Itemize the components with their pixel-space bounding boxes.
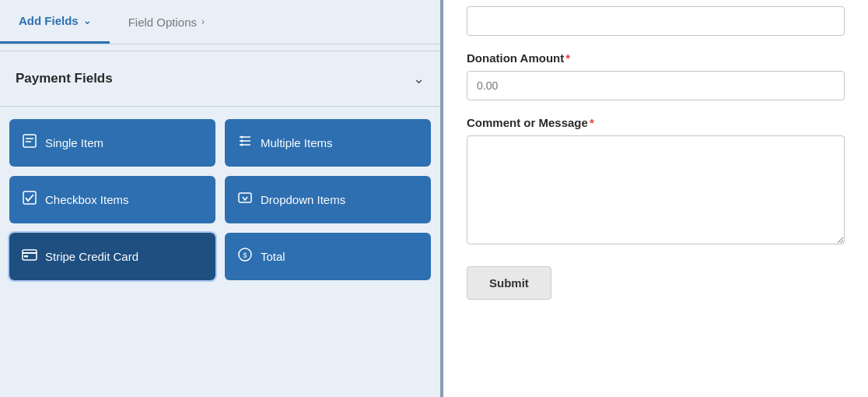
top-input[interactable] bbox=[467, 6, 845, 36]
section-chevron: ⌄ bbox=[413, 70, 425, 87]
single-item-label: Single Item bbox=[45, 136, 103, 149]
stripe-credit-card-button[interactable]: Stripe Credit Card bbox=[9, 233, 215, 280]
svg-point-8 bbox=[241, 144, 243, 146]
checkbox-items-label: Checkbox Items bbox=[45, 193, 129, 206]
svg-rect-0 bbox=[23, 135, 36, 147]
dropdown-items-icon bbox=[237, 190, 253, 209]
total-icon: $ bbox=[237, 247, 253, 266]
field-options-label: Field Options bbox=[128, 16, 197, 29]
add-fields-chevron: ⌄ bbox=[83, 16, 91, 26]
svg-point-7 bbox=[241, 140, 243, 142]
payment-fields-section[interactable]: Payment Fields ⌄ bbox=[0, 58, 440, 100]
svg-text:$: $ bbox=[243, 251, 247, 259]
checkbox-items-icon bbox=[22, 190, 37, 209]
tab-header: Add Fields ⌄ Field Options › bbox=[0, 0, 440, 44]
add-fields-label: Add Fields bbox=[19, 14, 79, 27]
field-options-chevron: › bbox=[201, 16, 205, 27]
dropdown-items-button[interactable]: Dropdown Items bbox=[225, 176, 431, 223]
tab-field-options[interactable]: Field Options › bbox=[110, 0, 223, 44]
tab-add-fields[interactable]: Add Fields ⌄ bbox=[0, 0, 110, 44]
comment-textarea[interactable] bbox=[467, 135, 845, 244]
total-button[interactable]: $ Total bbox=[225, 233, 431, 280]
single-item-button[interactable]: Single Item bbox=[9, 119, 215, 167]
donation-amount-input[interactable] bbox=[467, 71, 845, 100]
donation-amount-field: Donation Amount* bbox=[467, 51, 845, 100]
multiple-items-icon bbox=[237, 133, 253, 153]
section-title: Payment Fields bbox=[16, 71, 113, 86]
submit-button[interactable]: Submit bbox=[467, 266, 551, 300]
svg-rect-11 bbox=[23, 250, 37, 260]
svg-rect-13 bbox=[24, 255, 28, 258]
svg-rect-9 bbox=[23, 191, 36, 204]
multiple-items-button[interactable]: Multiple Items bbox=[225, 119, 431, 167]
comment-field: Comment or Message* bbox=[467, 116, 845, 248]
total-label: Total bbox=[261, 250, 285, 263]
form-container: Donation Amount* Comment or Message* Sub… bbox=[467, 0, 845, 300]
left-panel: Add Fields ⌄ Field Options › Payment Fie… bbox=[0, 0, 443, 397]
top-divider bbox=[0, 51, 440, 51]
donation-required-star: * bbox=[565, 51, 570, 65]
dropdown-items-label: Dropdown Items bbox=[261, 193, 345, 206]
donation-amount-label: Donation Amount* bbox=[467, 51, 845, 65]
right-panel: Donation Amount* Comment or Message* Sub… bbox=[443, 0, 868, 397]
svg-point-6 bbox=[241, 136, 243, 139]
top-field bbox=[467, 6, 845, 36]
stripe-credit-card-label: Stripe Credit Card bbox=[45, 250, 138, 263]
comment-label: Comment or Message* bbox=[467, 116, 845, 129]
stripe-credit-card-icon bbox=[22, 247, 37, 266]
section-divider bbox=[0, 106, 440, 107]
multiple-items-label: Multiple Items bbox=[261, 136, 333, 149]
payment-buttons-grid: Single Item Multiple Items bbox=[0, 113, 440, 293]
comment-required-star: * bbox=[590, 116, 594, 129]
single-item-icon bbox=[22, 133, 37, 153]
checkbox-items-button[interactable]: Checkbox Items bbox=[9, 176, 215, 223]
